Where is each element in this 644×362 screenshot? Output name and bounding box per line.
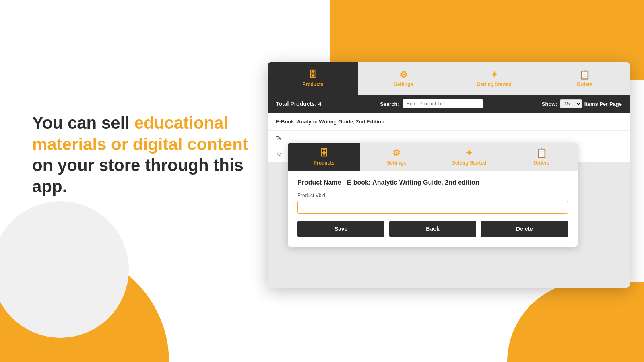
overlay-nav-products[interactable]: 🗄 Products	[288, 143, 360, 171]
detail-buttons: Save Back Delete	[297, 221, 568, 237]
app-window: 🗄 Products ⚙ Settings ✦ Getting Started …	[268, 62, 630, 288]
nav-settings[interactable]: ⚙ Settings	[358, 62, 449, 95]
nav-getting-started[interactable]: ✦ Getting Started	[449, 62, 539, 95]
detail-panel: Product Name - E-book: Analytic Writing …	[288, 171, 578, 247]
show-label: Show:	[542, 101, 557, 107]
settings-icon: ⚙	[400, 70, 408, 80]
hero-text: You can sell educational materials or di…	[32, 113, 258, 197]
delete-button[interactable]: Delete	[481, 221, 568, 237]
search-area: Search:	[380, 99, 483, 108]
nav-products[interactable]: 🗄 Products	[268, 62, 358, 95]
products-bar: Total Products: 4 Search: Show: 15 25 50…	[268, 95, 630, 113]
back-button[interactable]: Back	[389, 221, 476, 237]
search-label: Search:	[380, 101, 399, 107]
overlay-getting-started-icon: ✦	[465, 148, 473, 158]
product-name-title: Product Name - E-book: Analytic Writing …	[297, 179, 568, 186]
products-icon: 🗄	[309, 70, 318, 80]
vbid-label: Product Vbid	[297, 193, 568, 198]
overlay-settings-icon: ⚙	[392, 148, 400, 158]
overlay-orders-icon: 📋	[536, 148, 547, 158]
orders-icon: 📋	[579, 70, 590, 80]
nav-bar: 🗄 Products ⚙ Settings ✦ Getting Started …	[268, 62, 630, 95]
list-item[interactable]: E-Book: Analytic Writing Guide, 2nd Edit…	[268, 113, 630, 131]
show-area: Show: 15 25 50 100 Items Per Page	[542, 99, 622, 108]
overlay-nav-orders[interactable]: 📋 Orders	[505, 143, 578, 171]
overlay-card: 🗄 Products ⚙ Settings ✦ Getting Started …	[288, 143, 578, 247]
search-input[interactable]	[402, 99, 483, 108]
per-page-label: Items Per Page	[584, 101, 622, 107]
getting-started-icon: ✦	[491, 70, 498, 80]
items-per-page-select[interactable]: 15 25 50 100	[560, 99, 582, 108]
overlay-nav-getting-started[interactable]: ✦ Getting Started	[433, 143, 505, 171]
total-products: Total Products: 4	[276, 101, 321, 107]
bg-bottom-right	[507, 282, 644, 362]
left-panel: You can sell educational materials or di…	[32, 113, 258, 197]
vbid-input[interactable]	[297, 201, 568, 214]
save-button[interactable]: Save	[297, 221, 384, 237]
overlay-nav-settings[interactable]: ⚙ Settings	[360, 143, 433, 171]
overlay-products-icon: 🗄	[320, 148, 328, 158]
overlay-nav-bar: 🗄 Products ⚙ Settings ✦ Getting Started …	[288, 143, 578, 171]
nav-orders[interactable]: 📋 Orders	[539, 62, 630, 95]
